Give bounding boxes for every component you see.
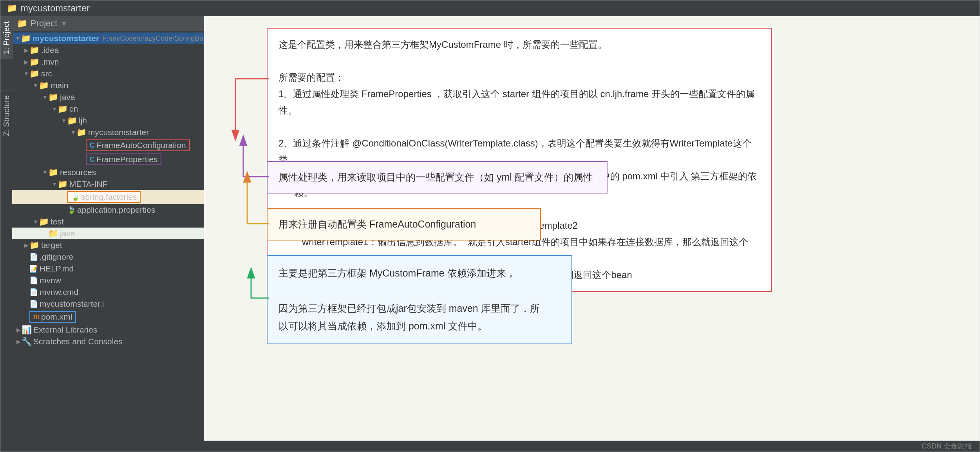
tree-external-libs[interactable]: ▶ 📊 External Libraries (12, 324, 204, 336)
tree-item-label: mycustomstarter (88, 128, 149, 137)
tree-item-label: src (41, 69, 52, 78)
tree-item-label: application.properties (77, 205, 155, 215)
tree-item-label: .mvn (41, 57, 59, 67)
orange-annotation-box: 用来注册自动配置类 FrameAutoConfiguration (267, 208, 541, 240)
project-panel-header: 📁 Project ▼ (12, 16, 204, 31)
spring-icon: 🍃 (67, 206, 76, 214)
tree-item-label: resources (60, 168, 96, 177)
folder-icon: 📁 (17, 18, 27, 29)
blue-box-line2: 因为第三方框架已经打包成jar包安装到 maven 库里面了，所 (278, 300, 561, 317)
tree-item-label: .idea (41, 45, 59, 55)
main-content: 1: Project Z: Structure 📁 Project ▼ ▼ 📁 … (0, 16, 980, 441)
folder-icon: 📁 (29, 240, 40, 250)
project-tab[interactable]: 1: Project (0, 16, 13, 59)
tree-item-label: FrameProperties (96, 155, 157, 164)
tree-gitignore[interactable]: ▶ 📄 .gitignore (12, 251, 204, 263)
tree-item-label: java (60, 92, 75, 102)
purple-box-text: 属性处理类，用来读取项目中的一些配置文件（如 yml 配置文件）的属性 (278, 172, 593, 183)
tree-java-test[interactable]: ▶ 📁 java (12, 228, 204, 239)
tree-item-label: Scratches and Consoles (33, 337, 123, 346)
tree-idea[interactable]: ▶ 📁 .idea (12, 44, 204, 56)
tree-resources[interactable]: ▼ 📁 resources (12, 166, 204, 178)
folder-icon: 📁 (76, 128, 87, 137)
tree-item-label: FrameAutoConfiguration (96, 141, 186, 150)
tree-item-label: cn (69, 104, 78, 114)
tree-item-label: pom.xml (41, 312, 72, 322)
java-class-icon: C (90, 141, 95, 150)
tree-meta-inf[interactable]: ▼ 📁 META-INF (12, 178, 204, 190)
tree-src[interactable]: ▼ 📁 src (12, 68, 204, 80)
tree-item-label: META-INF (69, 179, 108, 189)
dropdown-icon[interactable]: ▼ (60, 20, 67, 28)
tree-target[interactable]: ▶ 📁 target (12, 239, 204, 251)
folder-icon: 📁 (67, 116, 77, 125)
tree-mycustomstarter-i[interactable]: ▶ 📄 mycustomstarter.i (12, 298, 204, 310)
tree-pom-xml[interactable]: ▶ m pom.xml (12, 310, 204, 324)
folder-icon: 📁 (29, 69, 40, 78)
bottom-bar-text: CSDN 会金融报 (922, 441, 972, 451)
blue-box-line3: 以可以将其当成依赖，添加到 pom.xml 文件中。 (278, 317, 561, 335)
red-box-section1-title: 所需要的配置： (278, 69, 760, 86)
purple-annotation-box: 属性处理类，用来读取项目中的一些配置文件（如 yml 配置文件）的属性 (267, 161, 608, 193)
red-box-line1: 这是个配置类，用来整合第三方框架MyCustomFrame 时，所需要的一些配置… (278, 36, 760, 53)
folder-icon: 📁 (58, 179, 68, 189)
tree-help-md[interactable]: ▶ 📝 HELP.md (12, 263, 204, 275)
folder-icon: 📁 (21, 34, 31, 43)
folder-icon: 📁 (58, 104, 68, 114)
blue-box-line1: 主要是把第三方框架 MyCustomFrame 依赖添加进来， (278, 264, 561, 282)
tree-mvnw[interactable]: ▶ 📄 mvnw (12, 275, 204, 286)
title-bar: 📁 mycustomstarter (0, 0, 980, 16)
tree-item-label: ljh (79, 116, 87, 125)
tree-mvnw-cmd[interactable]: ▶ 📄 mvnw.cmd (12, 286, 204, 298)
tree-mvn[interactable]: ▶ 📁 .mvn (12, 56, 204, 68)
spring-icon: 🍃 (71, 193, 80, 201)
file-icon: 📄 (29, 288, 38, 297)
tree-ljh[interactable]: ▼ 📁 ljh (12, 115, 204, 127)
file-icon: 📝 (29, 264, 38, 273)
tree-frame-properties[interactable]: ▶ C FrameProperties (12, 152, 204, 166)
folder-icon: 📁 (48, 168, 58, 177)
tree-item-label: target (41, 240, 62, 250)
tree-cn[interactable]: ▼ 📁 cn (12, 103, 204, 115)
structure-tab[interactable]: Z: Structure (0, 90, 13, 141)
library-icon: 📊 (22, 325, 32, 334)
tree-app-properties[interactable]: ▶ 🍃 application.properties (12, 204, 204, 216)
folder-icon: 📁 (29, 45, 40, 55)
tree-root[interactable]: ▼ 📁 mycustomstarter F:\myCode\crazyCode\… (12, 33, 204, 44)
ide-window: 📁 mycustomstarter 1: Project Z: Structur… (0, 0, 980, 452)
tree-mycustomstarter-sub[interactable]: ▼ 📁 mycustomstarter (12, 127, 204, 138)
bottom-bar: CSDN 会金融报 (0, 441, 980, 452)
folder-icon: 📁 (39, 217, 49, 226)
tree-scratches[interactable]: ▶ 🔧 Scratches and Consoles (12, 336, 204, 347)
tree-main[interactable]: ▼ 📁 main (12, 80, 204, 91)
side-tabs: 1: Project Z: Structure (0, 16, 12, 441)
folder-icon: 📁 (48, 229, 58, 238)
tree-item-label: main (51, 81, 69, 90)
tree-java[interactable]: ▼ 📁 java (12, 91, 204, 103)
red-box-point1: 1、通过属性处理类 FrameProperties ，获取引入这个 starte… (278, 86, 760, 119)
project-header-label: Project (31, 18, 57, 29)
tree-item-label: java (60, 229, 75, 238)
main-area: 这是个配置类，用来整合第三方框架MyCustomFrame 时，所需要的一些配置… (204, 16, 980, 441)
tree-arrow: ▼ (15, 35, 21, 42)
java-class-icon: C (90, 155, 95, 164)
tree-item-label: .gitignore (40, 252, 73, 262)
tree-root-path: F:\myCode\crazyCode\SpringBoot\springboo… (102, 34, 204, 43)
tree-root-name: mycustomstarter (33, 34, 99, 43)
red-annotation-box: 这是个配置类，用来整合第三方框架MyCustomFrame 时，所需要的一些配置… (267, 28, 772, 292)
tree-spring-factories[interactable]: ▶ 🍃 spring.factories (12, 190, 204, 204)
tree-item-label: mycustomstarter.i (40, 299, 104, 309)
file-icon: 📄 (29, 253, 38, 261)
scratches-icon: 🔧 (22, 337, 32, 346)
folder-icon: 📁 (39, 81, 49, 90)
tree-item-label: spring.factories (81, 192, 137, 202)
tree-frame-auto-config[interactable]: ▶ C FrameAutoConfiguration (12, 138, 204, 152)
tree-item-label: External Libraries (33, 325, 97, 334)
window-title: mycustomstarter (20, 3, 90, 14)
file-icon: 📄 (29, 276, 38, 285)
tree-item-label: test (51, 217, 64, 226)
tree-item-label: mvnw.cmd (40, 287, 78, 297)
tree-test[interactable]: ▼ 📁 test (12, 216, 204, 228)
folder-icon: 📁 (48, 92, 58, 102)
title-folder-icon: 📁 (7, 3, 17, 13)
